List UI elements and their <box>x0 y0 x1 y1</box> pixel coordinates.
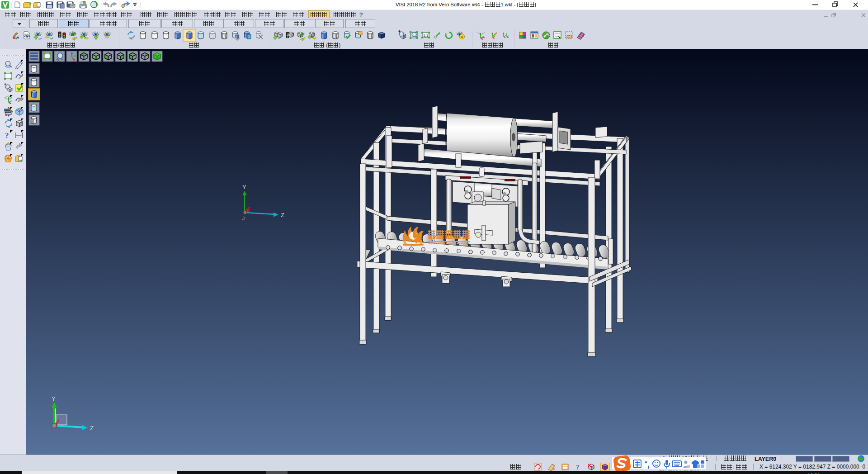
svg-text:?: ? <box>576 464 580 471</box>
svg-text:Y: Y <box>242 184 246 190</box>
svg-text:Y: Y <box>52 395 56 402</box>
svg-text:Z: Z <box>90 425 94 431</box>
svg-text:Z: Z <box>281 212 284 218</box>
svg-text:1:1: 1:1 <box>423 33 429 38</box>
svg-text:?: ? <box>5 131 9 140</box>
svg-text:J: J <box>242 216 245 221</box>
